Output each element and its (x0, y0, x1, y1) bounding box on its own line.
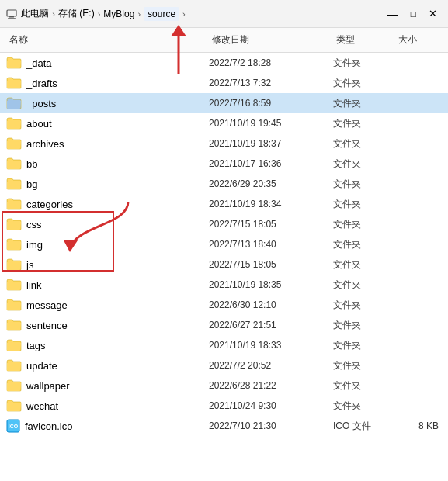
breadcrumb-computer[interactable]: 此电脑 (6, 7, 49, 20)
file-date: 2022/7/15 18:05 (209, 219, 333, 230)
file-name-cell: update (6, 359, 209, 372)
file-type: 文件夹 (333, 238, 395, 251)
file-name-cell: _data (6, 57, 209, 69)
file-date: 2021/10/17 16:36 (209, 158, 333, 169)
file-name-cell: img (6, 238, 209, 251)
file-name-label: _drafts (26, 78, 57, 89)
file-type: 文件夹 (333, 379, 395, 393)
folder-icon (6, 137, 22, 150)
window-maximize[interactable]: □ (406, 9, 421, 19)
file-date: 2021/10/19 18:34 (209, 199, 333, 209)
table-row[interactable]: categories2021/10/19 18:34文件夹 (0, 194, 448, 214)
file-type: 文件夹 (333, 97, 395, 110)
folder-icon (6, 57, 22, 69)
table-row[interactable]: ICO favicon.ico2022/7/10 21:30ICO 文件8 KB (0, 416, 448, 436)
table-row[interactable]: wallpaper2022/6/28 21:22文件夹 (0, 375, 448, 396)
table-row[interactable]: tags2021/10/19 18:33文件夹 (0, 335, 448, 355)
file-type: 文件夹 (333, 299, 395, 312)
col-date[interactable]: 修改日期 (209, 31, 333, 49)
breadcrumb-source[interactable]: source (144, 7, 179, 21)
file-type: 文件夹 (333, 157, 395, 171)
file-name-cell: js (6, 258, 209, 271)
file-type: ICO 文件 (333, 420, 395, 433)
svg-rect-2 (8, 18, 16, 19)
table-row[interactable]: js2022/7/15 18:05文件夹 (0, 254, 448, 275)
folder-icon (6, 77, 22, 89)
table-row[interactable]: message2022/6/30 12:10文件夹 (0, 295, 448, 315)
table-row[interactable]: img2022/7/13 18:40文件夹 (0, 234, 448, 254)
sep4: › (182, 9, 186, 19)
folder-icon (6, 359, 22, 372)
folder-icon (6, 258, 22, 271)
folder-icon (6, 238, 22, 251)
file-date: 2022/7/15 18:05 (209, 259, 333, 270)
file-name-label: css (26, 219, 42, 230)
folder-icon (6, 117, 22, 130)
file-date: 2021/10/19 19:45 (209, 118, 333, 129)
sep1: › (52, 9, 55, 19)
table-row[interactable]: bb2021/10/17 16:36文件夹 (0, 154, 448, 174)
folder-icon (6, 279, 22, 291)
file-type: 文件夹 (333, 178, 395, 191)
file-name-label: categories (26, 199, 73, 210)
column-headers: 名称 修改日期 类型 大小 (0, 28, 448, 53)
file-name-cell: bg (6, 178, 209, 190)
table-row[interactable]: _drafts2022/7/13 7:32文件夹 (0, 73, 448, 93)
file-date: 2022/6/28 21:22 (209, 380, 333, 391)
col-type[interactable]: 类型 (333, 31, 395, 49)
breadcrumb-bar: 此电脑 › 存储 (E:) › MyBlog › source › — □ ✕ (0, 0, 448, 28)
folder-icon (6, 379, 22, 392)
table-row[interactable]: update2022/7/2 20:52文件夹 (0, 355, 448, 375)
folder-icon (6, 157, 22, 170)
file-name-cell: _drafts (6, 77, 209, 89)
file-name-label: link (26, 279, 42, 291)
file-name-cell: ICO favicon.ico (6, 419, 209, 433)
file-list: _data2022/7/2 18:28文件夹 _drafts2022/7/13 … (0, 53, 448, 481)
file-type: 文件夹 (333, 279, 395, 292)
file-name-label: message (26, 299, 68, 311)
table-row[interactable]: wechat2021/10/24 9:30文件夹 (0, 396, 448, 416)
col-name[interactable]: 名称 (6, 31, 209, 49)
file-name-cell: css (6, 218, 209, 230)
window-close[interactable]: ✕ (424, 8, 442, 19)
file-date: 2021/10/19 18:33 (209, 340, 333, 351)
file-date: 2022/7/2 18:28 (209, 57, 333, 68)
table-row[interactable]: archives2021/10/19 18:37文件夹 (0, 133, 448, 154)
breadcrumb-drive[interactable]: 存储 (E:) (58, 7, 95, 20)
file-name-cell: tags (6, 339, 209, 351)
file-name-cell: bb (6, 157, 209, 170)
table-row[interactable]: about2021/10/19 19:45文件夹 (0, 113, 448, 133)
svg-rect-1 (9, 16, 14, 18)
file-name-label: sentence (26, 320, 68, 331)
sep3: › (137, 9, 141, 19)
breadcrumb-myblog[interactable]: MyBlog (103, 9, 134, 19)
table-row[interactable]: _posts2022/7/16 8:59文件夹 (0, 93, 448, 113)
file-name-cell: about (6, 117, 209, 130)
file-name-label: bb (26, 158, 37, 170)
file-type: 文件夹 (333, 137, 395, 151)
table-row[interactable]: css2022/7/15 18:05文件夹 (0, 214, 448, 234)
file-type: 文件夹 (333, 77, 395, 90)
file-date: 2021/10/24 9:30 (209, 400, 333, 411)
file-date: 2022/7/10 21:30 (209, 420, 333, 431)
file-name-label: update (26, 360, 57, 372)
ico-icon: ICO (6, 419, 20, 433)
table-row[interactable]: sentence2022/6/27 21:51文件夹 (0, 315, 448, 335)
file-type: 文件夹 (333, 198, 395, 211)
file-name-cell: _posts (6, 97, 209, 109)
table-row[interactable]: bg2022/6/29 20:35文件夹 (0, 174, 448, 194)
window-minimize[interactable]: — (383, 8, 403, 20)
file-type: 文件夹 (333, 57, 395, 70)
table-row[interactable]: _data2022/7/2 18:28文件夹 (0, 53, 448, 73)
sep2: › (98, 9, 101, 19)
file-name-cell: link (6, 279, 209, 291)
file-date: 2022/6/30 12:10 (209, 299, 333, 310)
file-name-label: _posts (26, 98, 56, 109)
file-name-cell: message (6, 299, 209, 311)
file-name-label: js (26, 259, 33, 271)
file-name-label: tags (26, 340, 46, 351)
file-name-cell: categories (6, 198, 209, 210)
col-size[interactable]: 大小 (395, 31, 442, 49)
table-row[interactable]: link2021/10/19 18:35文件夹 (0, 275, 448, 295)
file-type: 文件夹 (333, 319, 395, 332)
